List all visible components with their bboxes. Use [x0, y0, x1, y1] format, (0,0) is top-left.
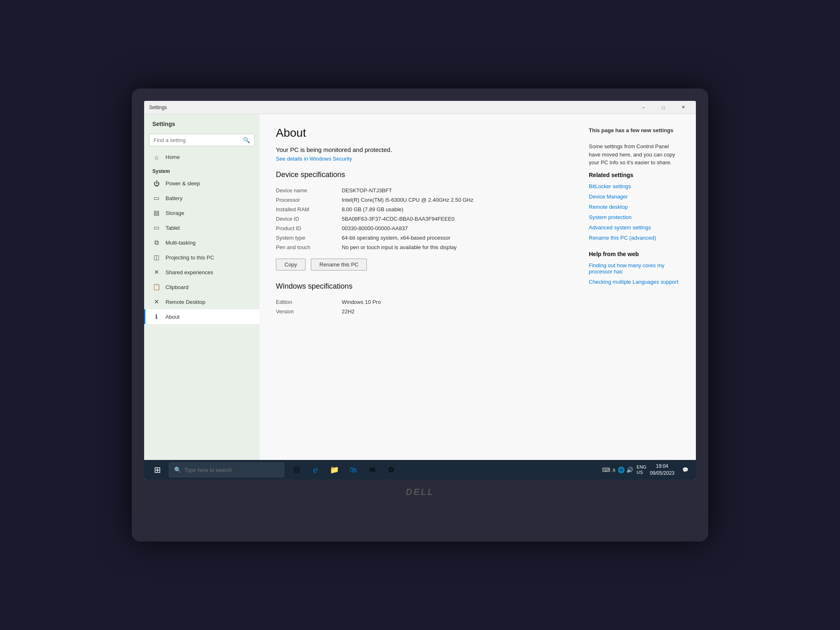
battery-icon: ▭ — [152, 194, 161, 202]
sidebar-item-label: Multi-tasking — [166, 240, 196, 246]
help-link-cores[interactable]: Finding out how many cores my processor … — [589, 262, 679, 275]
notification-button[interactable]: 💬 — [678, 460, 693, 480]
about-icon: ℹ — [152, 313, 161, 321]
store-icon: 🛍 — [350, 466, 357, 474]
remote-desktop-link[interactable]: Remote desktop — [589, 204, 679, 210]
remote-icon: ✕ — [152, 298, 161, 306]
spec-label: Version — [276, 308, 342, 315]
minimize-button[interactable]: − — [634, 101, 653, 114]
close-button[interactable]: ✕ — [674, 101, 693, 114]
taskbar-apps: ⊟ ℯ 📁 🛍 ✉ ⚙ — [287, 461, 400, 479]
spec-label: Device ID — [276, 216, 342, 222]
new-settings-note: This page has a few new settings Some se… — [589, 126, 679, 167]
clock: 19:04 09/05/2023 — [650, 463, 674, 477]
notification-icon: 💬 — [682, 467, 688, 473]
related-settings-title: Related settings — [589, 172, 679, 178]
taskbar-app-explorer[interactable]: 📁 — [325, 461, 343, 479]
sidebar-item-label: Remote Desktop — [166, 299, 205, 305]
sidebar-item-tablet[interactable]: ▭ Tablet — [144, 220, 259, 235]
spec-value: No pen or touch input is available for t… — [342, 244, 457, 250]
taskbar-search-icon: 🔍 — [174, 467, 181, 473]
specs-row: Edition Windows 10 Pro — [276, 297, 572, 307]
rename-pc-button[interactable]: Rename this PC — [311, 259, 367, 271]
chevron-icon[interactable]: ∧ — [612, 467, 616, 473]
content-right: This page has a few new settings Some se… — [589, 126, 679, 448]
specs-table: Device name DESKTOP-NTJ3BFT Processor In… — [276, 186, 572, 252]
security-link[interactable]: See details in Windows Security — [276, 156, 352, 162]
help-title: Help from the web — [589, 251, 679, 257]
action-buttons: Copy Rename this PC — [276, 259, 572, 274]
explorer-icon: 📁 — [330, 465, 339, 474]
help-link-languages[interactable]: Checking multiple Languages support — [589, 279, 679, 285]
spec-label: Installed RAM — [276, 206, 342, 212]
sidebar-item-home[interactable]: ⌂ Home — [144, 149, 259, 164]
specs-row: Device ID 5BA08F63-3F37-4CDC-BBA0-BAA3F9… — [276, 214, 572, 224]
network-icon: 🌐 — [618, 467, 625, 473]
specs-row: System type 64-bit operating system, x64… — [276, 233, 572, 243]
spec-value: DESKTOP-NTJ3BFT — [342, 187, 392, 194]
search-box[interactable]: 🔍 — [149, 134, 254, 146]
sidebar-item-storage[interactable]: ▤ Storage — [144, 205, 259, 220]
help-section: Help from the web Finding out how many c… — [589, 251, 679, 285]
projecting-icon: ◫ — [152, 253, 161, 261]
advanced-system-link[interactable]: Advanced system settings — [589, 224, 679, 231]
sidebar-item-multitasking[interactable]: ⧉ Multi-tasking — [144, 235, 259, 250]
sidebar-item-label: Battery — [166, 195, 182, 201]
spec-label: Device name — [276, 187, 342, 194]
bitlocker-link[interactable]: BitLocker settings — [589, 183, 679, 189]
task-view-icon: ⊟ — [294, 465, 300, 474]
device-specs-heading: Device specifications — [276, 170, 572, 179]
new-settings-desc: Some settings from Control Panel have mo… — [589, 143, 675, 166]
sidebar-item-label: Clipboard — [166, 284, 189, 290]
sidebar-item-shared[interactable]: ✕ Shared experiences — [144, 265, 259, 280]
sidebar: Settings 🔍 ⌂ Home System ⏻ Power & sleep — [144, 114, 259, 460]
windows-specs-heading: Windows specifications — [276, 282, 572, 291]
spec-value: 64-bit operating system, x64-based proce… — [342, 235, 450, 241]
taskbar-app-edge[interactable]: ℯ — [306, 461, 324, 479]
taskbar-search-input[interactable] — [184, 467, 279, 473]
rename-pc-advanced-link[interactable]: Rename this PC (advanced) — [589, 235, 679, 241]
copy-button[interactable]: Copy — [276, 259, 306, 271]
main-content: About Your PC is being monitored and pro… — [259, 114, 696, 460]
sidebar-item-remote[interactable]: ✕ Remote Desktop — [144, 294, 259, 309]
sidebar-item-about[interactable]: ℹ About — [144, 309, 259, 324]
taskbar-system-icons: ⌨ ∧ 🌐 🔊 — [602, 467, 633, 473]
windows-specs-table: Edition Windows 10 Pro Version 22H2 — [276, 297, 572, 316]
sidebar-header: Settings — [144, 114, 259, 131]
spec-value: 8.00 GB (7.89 GB usable) — [342, 206, 404, 212]
security-title: Your PC is being monitored and protected… — [276, 146, 572, 153]
spec-label: Edition — [276, 299, 342, 305]
screen: Settings − □ ✕ Settings 🔍 ⌂ Home — [144, 101, 696, 480]
sidebar-item-projecting[interactable]: ◫ Projecting to this PC — [144, 250, 259, 265]
home-icon: ⌂ — [152, 153, 161, 161]
shared-icon: ✕ — [152, 268, 161, 276]
taskbar-app-mail[interactable]: ✉ — [363, 461, 381, 479]
sidebar-item-label: Shared experiences — [166, 269, 213, 275]
taskbar-app-taskview[interactable]: ⊟ — [287, 461, 306, 479]
device-manager-link[interactable]: Device Manager — [589, 194, 679, 200]
specs-row: Version 22H2 — [276, 307, 572, 316]
search-input[interactable] — [154, 137, 243, 143]
sidebar-item-power-sleep[interactable]: ⏻ Power & sleep — [144, 176, 259, 191]
mail-icon: ✉ — [369, 465, 376, 474]
sidebar-item-clipboard[interactable]: 📋 Clipboard — [144, 280, 259, 294]
sidebar-item-label: Home — [166, 154, 180, 160]
sidebar-item-battery[interactable]: ▭ Battery — [144, 191, 259, 205]
start-button[interactable]: ⊞ — [147, 460, 167, 480]
taskbar-app-settings[interactable]: ⚙ — [382, 461, 400, 479]
laptop-bezel: Settings − □ ✕ Settings 🔍 ⌂ Home — [132, 89, 708, 541]
spec-value: 00330-80000-00000-AA837 — [342, 225, 408, 231]
system-protection-link[interactable]: System protection — [589, 214, 679, 220]
search-icon[interactable]: 🔍 — [243, 137, 250, 143]
sidebar-item-label: About — [166, 314, 180, 320]
specs-row: Processor Intel(R) Core(TM) i5-6300U CPU… — [276, 195, 572, 205]
taskbar-search[interactable]: 🔍 — [169, 462, 284, 477]
taskbar-app-store[interactable]: 🛍 — [344, 461, 362, 479]
settings-icon: ⚙ — [388, 465, 394, 474]
tablet-icon: ▭ — [152, 224, 161, 232]
title-bar: Settings − □ ✕ — [144, 101, 696, 114]
specs-row: Product ID 00330-80000-00000-AA837 — [276, 224, 572, 233]
specs-row: Device name DESKTOP-NTJ3BFT — [276, 186, 572, 195]
volume-icon[interactable]: 🔊 — [626, 467, 633, 473]
maximize-button[interactable]: □ — [654, 101, 673, 114]
